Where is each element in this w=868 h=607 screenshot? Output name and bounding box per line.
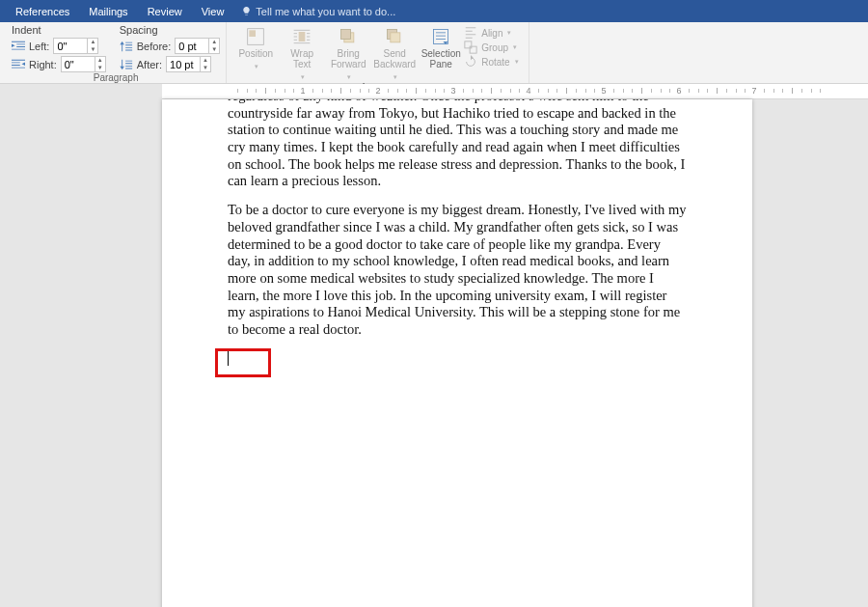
position-button[interactable]: Position▾ — [232, 24, 279, 71]
group-icon — [464, 41, 477, 54]
position-label: Position — [238, 48, 273, 59]
align-icon — [464, 26, 477, 40]
horizontal-ruler[interactable]: 1234567 — [162, 84, 868, 99]
arrange-small-commands: Align▾ Group▾ Rotate▾ — [464, 24, 522, 69]
wrap-text-label: Wrap Text — [290, 48, 313, 69]
send-backward-button[interactable]: Send Backward▾ — [371, 24, 418, 82]
selection-pane-label: Selection Pane — [421, 48, 461, 69]
selection-pane-button[interactable]: Selection Pane — [418, 24, 464, 69]
rotate-button[interactable]: Rotate▾ — [464, 55, 518, 69]
selection-pane-icon — [431, 27, 450, 46]
spacing-after-spinner[interactable]: ▲▼ — [200, 57, 210, 71]
svg-rect-1 — [250, 30, 257, 37]
indent-left-input[interactable]: ▲▼ — [53, 38, 98, 54]
tab-review[interactable]: Review — [138, 0, 192, 22]
bring-forward-label: Bring Forward — [331, 48, 366, 69]
empty-paragraph[interactable] — [228, 350, 687, 368]
document-page[interactable]: regardless of any kind of weather. Once … — [162, 99, 752, 607]
indent-left-icon — [12, 40, 25, 53]
svg-rect-6 — [391, 33, 400, 42]
indent-right-icon — [12, 58, 25, 71]
ruler-label: 7 — [751, 86, 756, 96]
indent-heading: Indent — [12, 24, 106, 36]
bring-forward-icon — [339, 27, 358, 46]
ruler-label: 4 — [526, 86, 530, 96]
spacing-heading: Spacing — [120, 24, 220, 36]
spacing-before-label: Before: — [137, 41, 171, 52]
spacing-after-input[interactable]: ▲▼ — [166, 56, 211, 72]
ruler-label: 5 — [601, 86, 606, 96]
ribbon: Indent Left: ▲▼ Right: ▲▼ — [0, 22, 868, 84]
wrap-text-icon — [292, 27, 312, 46]
lightbulb-icon — [241, 6, 252, 16]
spacing-after-icon — [120, 58, 133, 71]
spacing-before-input[interactable]: ▲▼ — [175, 38, 220, 54]
indent-section: Indent Left: ▲▼ Right: ▲▼ — [12, 24, 106, 72]
svg-rect-2 — [299, 32, 306, 41]
ruler-label: 6 — [676, 86, 681, 96]
arrange-group: Position▾ Wrap Text▾ Bring Forward▾ Send… — [227, 22, 529, 83]
tab-references[interactable]: References — [6, 0, 79, 22]
svg-rect-4 — [341, 30, 351, 40]
send-backward-icon — [385, 27, 404, 46]
rotate-icon — [464, 55, 477, 69]
tell-me-search[interactable]: Tell me what you want to do... — [233, 6, 395, 17]
send-backward-label: Send Backward — [373, 48, 416, 69]
wrap-text-button[interactable]: Wrap Text▾ — [279, 24, 325, 82]
indent-left-value[interactable] — [54, 41, 87, 52]
svg-rect-9 — [470, 46, 476, 53]
indent-right-input[interactable]: ▲▼ — [61, 56, 106, 72]
position-icon — [246, 27, 265, 46]
ruler-label: 3 — [450, 86, 455, 96]
svg-rect-8 — [465, 41, 472, 48]
spacing-after-value[interactable] — [167, 59, 200, 70]
highlight-box — [215, 348, 271, 377]
align-button[interactable]: Align▾ — [464, 26, 518, 40]
indent-left-label: Left: — [29, 41, 49, 52]
paragraph-2[interactable]: To be a doctor to cure everyone is my bi… — [228, 202, 687, 339]
indent-right-value[interactable] — [62, 59, 95, 70]
spacing-after-label: After: — [137, 59, 162, 70]
paragraph-1[interactable]: regardless of any kind of weather. Once … — [228, 99, 687, 190]
indent-right-label: Right: — [29, 59, 57, 70]
tell-me-placeholder: Tell me what you want to do... — [256, 6, 395, 17]
spacing-before-value[interactable] — [176, 41, 208, 52]
indent-right-spinner[interactable]: ▲▼ — [95, 57, 105, 71]
group-button[interactable]: Group▾ — [464, 41, 518, 54]
align-label: Align — [481, 28, 502, 39]
document-area: 1234567 regardless of any kind of weathe… — [0, 84, 868, 607]
rotate-label: Rotate — [481, 57, 509, 68]
tab-mailings[interactable]: Mailings — [79, 0, 137, 22]
group-label: Group — [481, 42, 508, 53]
ribbon-tabs: References Mailings Review View Tell me … — [0, 0, 868, 22]
text-cursor — [228, 350, 229, 366]
paragraph-group: Indent Left: ▲▼ Right: ▲▼ — [6, 22, 227, 83]
ruler-label: 1 — [300, 86, 305, 96]
spacing-section: Spacing Before: ▲▼ After: ▲▼ — [120, 24, 220, 72]
bring-forward-button[interactable]: Bring Forward▾ — [325, 24, 371, 82]
spacing-before-icon — [120, 40, 133, 53]
tab-view[interactable]: View — [192, 0, 234, 22]
spacing-before-spinner[interactable]: ▲▼ — [208, 39, 219, 53]
indent-left-spinner[interactable]: ▲▼ — [87, 39, 97, 53]
ruler-label: 2 — [375, 86, 380, 96]
